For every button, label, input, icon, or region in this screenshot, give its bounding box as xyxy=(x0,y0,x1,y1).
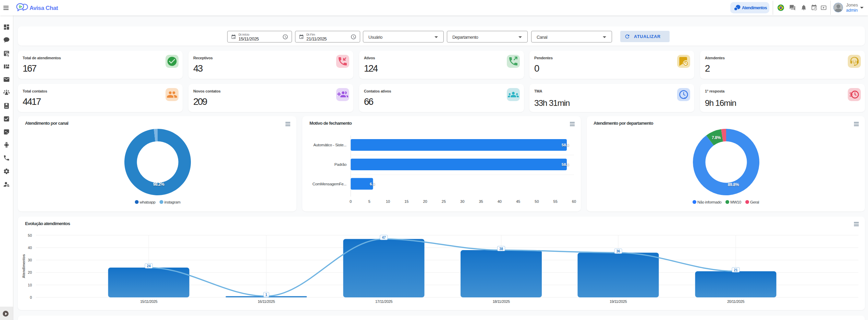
svg-text:20: 20 xyxy=(423,199,427,204)
svg-text:6.0: 6.0 xyxy=(370,182,375,186)
svg-text:Padrão: Padrão xyxy=(334,162,346,167)
svg-text:45: 45 xyxy=(516,199,520,204)
svg-text:19/11/2025: 19/11/2025 xyxy=(610,299,627,304)
svg-text:10: 10 xyxy=(386,199,390,204)
svg-text:55: 55 xyxy=(553,199,558,204)
svg-text:50: 50 xyxy=(535,199,539,204)
svg-text:17/11/2025: 17/11/2025 xyxy=(375,299,393,304)
svg-text:47: 47 xyxy=(382,236,386,239)
svg-text:16/11/2025: 16/11/2025 xyxy=(258,299,275,304)
svg-text:1: 1 xyxy=(265,293,267,297)
svg-text:0: 0 xyxy=(30,295,32,299)
svg-text:18/11/2025: 18/11/2025 xyxy=(492,299,510,304)
svg-text:36: 36 xyxy=(616,249,620,253)
svg-text:40: 40 xyxy=(498,199,502,204)
svg-text:Atendimentos: Atendimentos xyxy=(22,254,26,278)
svg-text:30: 30 xyxy=(28,258,32,262)
svg-text:35: 35 xyxy=(479,199,483,204)
svg-text:58.0: 58.0 xyxy=(562,143,569,147)
svg-text:40: 40 xyxy=(28,246,32,250)
svg-text:50: 50 xyxy=(28,233,32,237)
svg-text:38: 38 xyxy=(499,247,503,251)
svg-text:15/11/2025: 15/11/2025 xyxy=(140,299,158,304)
svg-text:ComMensagemFe...: ComMensagemFe... xyxy=(313,182,346,186)
svg-text:0: 0 xyxy=(350,199,352,204)
svg-text:21: 21 xyxy=(734,268,738,272)
svg-text:60: 60 xyxy=(572,199,576,204)
svg-text:25: 25 xyxy=(442,199,446,204)
svg-text:20: 20 xyxy=(28,270,32,274)
svg-text:15: 15 xyxy=(404,199,408,204)
svg-text:30: 30 xyxy=(460,199,464,204)
svg-text:Automático - Siste...: Automático - Siste... xyxy=(313,143,346,147)
svg-text:24: 24 xyxy=(147,264,151,268)
svg-text:58.0: 58.0 xyxy=(562,162,569,167)
svg-text:20/11/2025: 20/11/2025 xyxy=(727,299,745,304)
svg-text:10: 10 xyxy=(28,283,32,287)
svg-text:5: 5 xyxy=(368,199,370,204)
